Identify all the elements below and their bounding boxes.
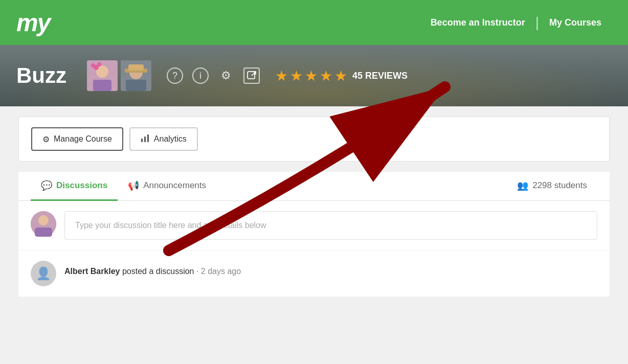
become-instructor-link[interactable]: Become an Instructor <box>420 13 535 32</box>
svg-rect-14 <box>144 136 146 142</box>
svg-rect-15 <box>147 134 149 142</box>
top-navigation: my Become an Instructor | My Courses <box>0 0 628 45</box>
current-user-avatar <box>31 211 56 237</box>
tab-discussions[interactable]: 💬 Discussions <box>31 172 118 201</box>
banner-action-icons: ? i ⚙ <box>167 67 260 84</box>
discussion-text-input[interactable]: Type your discussion title here and any … <box>64 211 597 240</box>
info-icon[interactable]: i <box>192 67 209 84</box>
instructor-avatar-2[interactable] <box>121 60 151 91</box>
star-rating[interactable]: ★ ★ ★ ★ ★ 45 REVIEWS <box>275 67 408 84</box>
svg-rect-11 <box>248 72 255 79</box>
svg-rect-13 <box>141 139 143 142</box>
gear-icon[interactable]: ⚙ <box>218 67 234 84</box>
svg-rect-2 <box>93 80 111 91</box>
gear-icon-btn: ⚙ <box>42 134 50 144</box>
tabs-section: 💬 Discussions 📢 Announcements 👥 2298 stu… <box>18 172 610 201</box>
review-count: 45 REVIEWS <box>352 71 408 81</box>
svg-rect-10 <box>128 64 144 71</box>
instructor-avatars <box>87 60 151 91</box>
analytics-button[interactable]: Analytics <box>129 127 198 151</box>
discussions-icon: 💬 <box>41 180 52 191</box>
action-buttons-section: ⚙ Manage Course Analytics <box>18 117 610 162</box>
star-4: ★ <box>320 67 332 84</box>
star-5-half: ★ <box>334 67 347 84</box>
students-icon: 👥 <box>517 180 528 191</box>
svg-rect-8 <box>126 80 146 91</box>
svg-point-5 <box>97 62 101 66</box>
course-banner: Buzz ? i ⚙ <box>0 45 628 106</box>
tabs-bar: 💬 Discussions 📢 Announcements 👥 2298 stu… <box>18 172 610 201</box>
tab-students[interactable]: 👥 2298 students <box>507 172 597 201</box>
nav-right: Become an Instructor | My Courses <box>420 13 612 32</box>
star-3: ★ <box>305 67 318 84</box>
star-1: ★ <box>275 67 288 84</box>
post-author-name: Albert Barkley <box>64 267 120 276</box>
course-title: Buzz <box>16 63 66 88</box>
discussion-input-section: Type your discussion title here and any … <box>18 201 610 250</box>
manage-course-button[interactable]: ⚙ Manage Course <box>31 127 123 151</box>
logo[interactable]: my <box>16 9 50 37</box>
my-courses-link[interactable]: My Courses <box>539 13 612 32</box>
star-2: ★ <box>290 67 303 84</box>
post-author-avatar <box>31 261 56 286</box>
discussion-post: Albert Barkley posted a discussion · 2 d… <box>18 250 610 297</box>
svg-point-17 <box>38 215 49 225</box>
svg-rect-18 <box>35 228 52 237</box>
svg-point-4 <box>91 63 95 67</box>
chart-icon <box>141 133 150 145</box>
post-content: Albert Barkley posted a discussion · 2 d… <box>64 261 241 276</box>
announcements-icon: 📢 <box>128 180 139 191</box>
share-icon[interactable] <box>243 67 260 84</box>
post-time: · 2 days ago <box>196 267 241 276</box>
tab-announcements[interactable]: 📢 Announcements <box>118 172 216 201</box>
question-icon[interactable]: ? <box>167 67 183 84</box>
nav-divider: | <box>535 14 539 31</box>
instructor-avatar-1[interactable] <box>87 60 118 91</box>
